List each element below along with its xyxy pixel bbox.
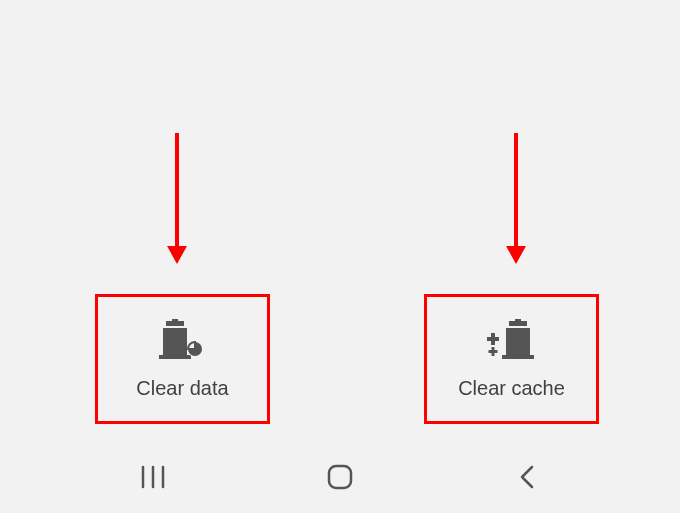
svg-rect-8 [502,355,534,359]
home-icon [326,463,354,495]
clear-cache-button[interactable]: Clear cache [424,294,599,424]
svg-rect-10 [487,337,499,341]
annotation-arrow-right [514,133,518,248]
svg-rect-7 [506,328,530,355]
svg-rect-16 [329,466,351,488]
clear-data-icon [159,319,207,363]
svg-rect-1 [172,319,178,323]
clear-cache-icon [486,319,538,363]
recents-icon [139,465,167,493]
nav-back-button[interactable] [497,459,557,499]
nav-home-button[interactable] [310,459,370,499]
annotation-arrow-left [175,133,179,248]
svg-rect-3 [159,355,191,359]
clear-data-label: Clear data [136,377,228,400]
navigation-bar [0,445,680,513]
back-icon [517,464,537,494]
clear-cache-label: Clear cache [458,377,565,400]
clear-data-button[interactable]: Clear data [95,294,270,424]
svg-rect-12 [488,350,497,353]
svg-rect-6 [515,319,521,323]
svg-rect-2 [163,328,187,355]
nav-recents-button[interactable] [123,459,183,499]
